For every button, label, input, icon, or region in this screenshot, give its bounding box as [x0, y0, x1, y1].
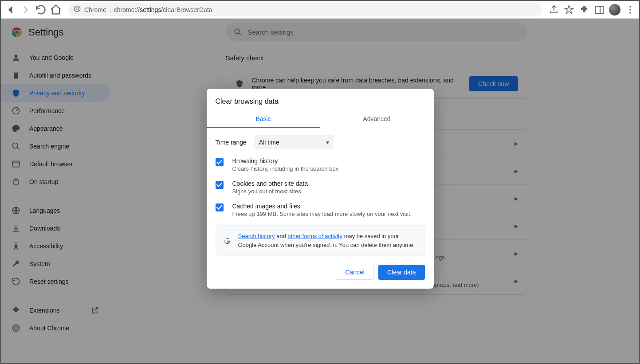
bookmark-icon[interactable]: [564, 4, 574, 15]
modal-overlay[interactable]: Clear browsing data Basic Advanced Time …: [1, 19, 639, 363]
reload-button[interactable]: [35, 4, 47, 16]
extensions-icon[interactable]: [579, 4, 589, 15]
svg-rect-2: [595, 6, 603, 13]
time-range-dropdown[interactable]: All time: [254, 135, 334, 149]
forward-button[interactable]: [20, 4, 32, 16]
home-button[interactable]: [50, 4, 62, 16]
google-account-info: Search history and other forms of activi…: [216, 225, 425, 256]
google-g-icon: [223, 233, 231, 249]
tab-basic[interactable]: Basic: [207, 110, 320, 128]
checkbox-cookies[interactable]: [216, 181, 224, 189]
dialog-title: Clear browsing data: [207, 89, 434, 110]
other-activity-link[interactable]: other forms of activity: [288, 233, 343, 239]
svg-point-0: [74, 6, 80, 12]
address-bar[interactable]: Chrome chrome://settings/clearBrowserDat…: [68, 3, 542, 16]
svg-point-6: [629, 12, 631, 14]
back-button[interactable]: [4, 4, 17, 16]
checkbox-cached[interactable]: [216, 204, 224, 211]
share-icon[interactable]: [549, 4, 559, 15]
cancel-button[interactable]: Cancel: [336, 265, 374, 280]
clear-data-button[interactable]: Clear data: [378, 265, 425, 280]
check-cached[interactable]: Cached images and filesFrees up 199 MB. …: [216, 203, 425, 217]
checkbox-browsing-history[interactable]: [216, 158, 224, 166]
check-cookies[interactable]: Cookies and other site dataSigns you out…: [216, 180, 425, 195]
dialog-tabs: Basic Advanced: [207, 110, 434, 128]
check-browsing-history[interactable]: Browsing historyClears history, includin…: [216, 157, 425, 172]
profile-avatar[interactable]: [609, 4, 620, 16]
svg-point-1: [76, 8, 78, 10]
search-history-link[interactable]: Search history: [238, 233, 275, 239]
time-range-label: Time range: [216, 139, 247, 146]
sidepanel-icon[interactable]: [594, 4, 605, 15]
browser-toolbar: Chrome chrome://settings/clearBrowserDat…: [1, 1, 639, 19]
svg-point-4: [629, 6, 631, 8]
svg-point-5: [629, 9, 631, 11]
tab-advanced[interactable]: Advanced: [320, 110, 434, 128]
clear-browsing-data-dialog: Clear browsing data Basic Advanced Time …: [207, 89, 434, 289]
url-text: chrome://settings/clearBrowserData: [114, 6, 212, 13]
menu-icon[interactable]: [625, 4, 636, 15]
chrome-label: Chrome: [84, 6, 110, 13]
chrome-icon: [74, 5, 81, 14]
